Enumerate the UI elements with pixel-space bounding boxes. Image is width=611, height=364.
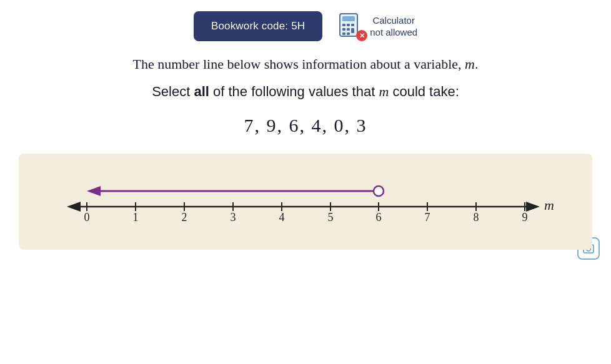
svg-text:2: 2 — [182, 211, 187, 224]
bookwork-button[interactable]: Bookwork code: 5H — [194, 11, 322, 41]
svg-rect-7 — [351, 28, 354, 33]
instruction-text: Select all of the following values that … — [19, 84, 592, 100]
svg-text:0: 0 — [84, 211, 90, 224]
svg-text:7: 7 — [425, 211, 430, 224]
svg-rect-9 — [347, 32, 350, 35]
svg-text:6: 6 — [376, 211, 382, 224]
svg-marker-14 — [87, 186, 101, 196]
svg-text:3: 3 — [231, 211, 236, 224]
svg-marker-17 — [67, 202, 81, 212]
description-text: The number line below shows information … — [19, 56, 592, 72]
calculator-badge: ✕ Calculator not allowed — [337, 12, 417, 40]
header: Bookwork code: 5H ✕ — [0, 0, 611, 50]
svg-text:9: 9 — [522, 211, 528, 224]
svg-rect-8 — [342, 32, 345, 35]
number-line-svg: 0 1 2 3 4 5 6 7 8 — [44, 172, 567, 235]
values-list: 7, 9, 6, 4, 0, 3 — [19, 115, 592, 136]
svg-marker-18 — [526, 202, 540, 212]
svg-rect-6 — [347, 28, 350, 31]
svg-rect-3 — [347, 24, 350, 26]
number-line-container: 0 1 2 3 4 5 6 7 8 — [19, 154, 592, 250]
svg-text:4: 4 — [279, 211, 285, 224]
svg-text:8: 8 — [474, 211, 479, 224]
svg-rect-4 — [351, 24, 354, 26]
calculator-label: Calculator not allowed — [370, 14, 417, 39]
svg-rect-1 — [342, 16, 355, 21]
svg-text:m: m — [544, 197, 554, 213]
svg-text:1: 1 — [133, 211, 139, 224]
main-content: The number line below shows information … — [0, 50, 611, 136]
calculator-not-allowed-icon: ✕ — [356, 30, 367, 41]
calculator-icon-wrap: ✕ — [337, 12, 365, 40]
svg-text:5: 5 — [328, 211, 334, 224]
svg-point-15 — [374, 186, 384, 196]
svg-rect-2 — [342, 24, 345, 26]
svg-rect-5 — [342, 28, 345, 31]
